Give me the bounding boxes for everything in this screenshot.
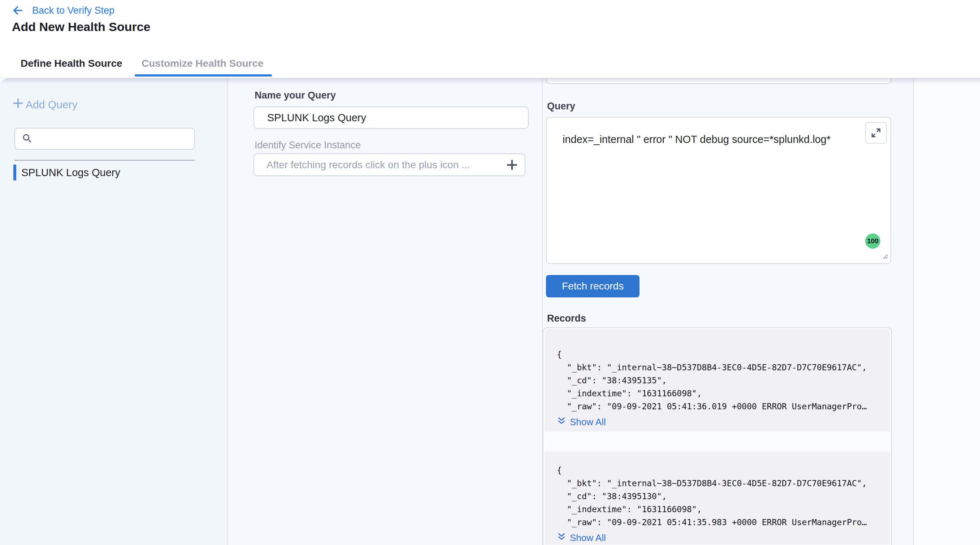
add-query-button[interactable]: Add Query: [12, 97, 77, 112]
record-card: { "_bkt": "_internal~38~D537D8B4-3EC0-4D…: [544, 451, 890, 545]
back-arrow-icon: [12, 4, 24, 17]
expand-query-button[interactable]: [865, 122, 887, 144]
record-json-line: "_raw": "09-09-2021 05:41:36.019 +0000 E…: [557, 400, 879, 413]
record-card: { "_bkt": "_internal~38~D537D8B4-3EC0-4D…: [544, 329, 890, 432]
show-all-link[interactable]: Show All: [557, 416, 879, 428]
tab-customize-health-source[interactable]: Customize Health Source: [142, 58, 264, 69]
query-name-input[interactable]: [253, 106, 529, 129]
record-json-line: "_raw": "09-09-2021 05:41:35.983 +0000 E…: [557, 516, 879, 529]
query-text: index=_internal " error " NOT debug sour…: [563, 133, 858, 145]
query-editor-column: Query index=_internal " error " NOT debu…: [543, 78, 914, 545]
record-json-line: {: [557, 348, 879, 361]
clipped-top-input[interactable]: [546, 78, 891, 84]
right-margin-column: [914, 78, 980, 545]
service-instance-field: [253, 153, 525, 176]
query-item-label: SPLUNK Logs Query: [21, 167, 120, 179]
record-json-line: "_indextime": "1631166098",: [557, 387, 879, 400]
add-service-instance-button[interactable]: [500, 154, 525, 175]
double-chevron-down-icon: [557, 532, 566, 544]
record-json-line: "_cd": "38:4395135",: [557, 374, 879, 387]
double-chevron-down-icon: [557, 416, 566, 428]
name-query-label: Name your Query: [255, 90, 336, 101]
tab-define-health-source[interactable]: Define Health Source: [21, 58, 123, 69]
fetch-records-button[interactable]: Fetch records: [546, 275, 640, 297]
show-all-label: Show All: [570, 416, 606, 428]
page-header: Back to Verify Step Add New Health Sourc…: [0, 0, 980, 78]
page-title: Add New Health Source: [12, 20, 151, 34]
record-json-line: "_cd": "38:4395130",: [557, 490, 879, 503]
record-json-line: "_bkt": "_internal~38~D537D8B4-3EC0-4D5E…: [557, 477, 879, 490]
record-json-line: {: [557, 464, 879, 477]
search-input[interactable]: [38, 129, 188, 149]
plus-icon: [506, 159, 519, 172]
record-json-line: "_indextime": "1631166098",: [557, 503, 879, 516]
record-json-line: "_bkt": "_internal~38~D537D8B4-3EC0-4D5E…: [557, 361, 879, 374]
service-instance-input[interactable]: [254, 154, 500, 175]
query-label: Query: [547, 101, 575, 112]
sidebar-divider: [14, 160, 195, 160]
expand-icon: [870, 127, 882, 138]
content-area: Add Query SPLUNK Logs Query Name your Qu…: [0, 78, 980, 545]
plus-icon: [12, 97, 24, 112]
service-instance-label: Identify Service Instance: [255, 140, 361, 151]
selected-indicator-bar: [13, 165, 16, 181]
query-form-column: Name your Query Identify Service Instanc…: [228, 78, 543, 545]
back-link[interactable]: Back to Verify Step: [12, 4, 115, 17]
record-count-badge: 100: [865, 234, 880, 249]
resize-grip-icon[interactable]: [880, 251, 889, 262]
sidebar-item-splunk-logs-query[interactable]: SPLUNK Logs Query: [13, 165, 120, 181]
active-tab-underline: [135, 74, 272, 76]
show-all-link[interactable]: Show All: [557, 532, 879, 544]
back-link-label: Back to Verify Step: [32, 5, 115, 16]
records-label: Records: [547, 313, 586, 324]
add-query-label: Add Query: [25, 99, 77, 111]
query-sidebar: Add Query SPLUNK Logs Query: [0, 78, 228, 545]
search-icon: [22, 133, 32, 145]
show-all-label: Show All: [570, 532, 606, 543]
records-panel: { "_bkt": "_internal~38~D537D8B4-3EC0-4D…: [543, 327, 892, 545]
query-textarea[interactable]: index=_internal " error " NOT debug sour…: [546, 117, 891, 264]
query-search-box: [14, 128, 195, 150]
